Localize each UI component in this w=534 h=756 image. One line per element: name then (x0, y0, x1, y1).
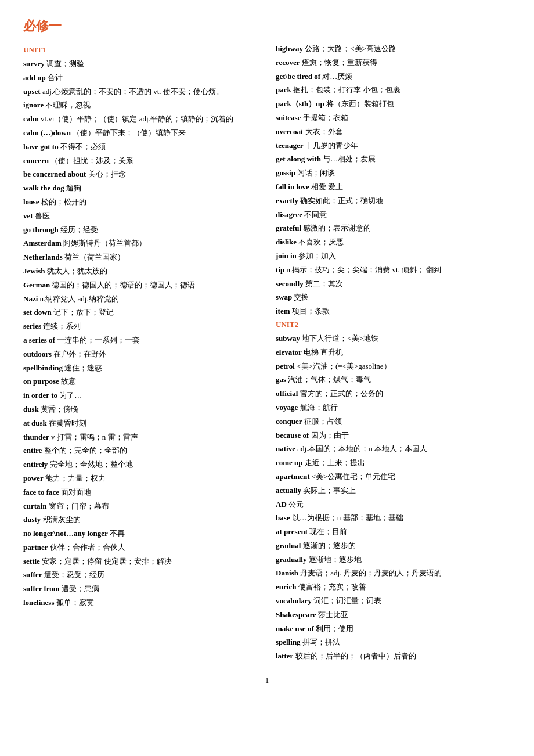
list-item: elevator 电梯 直升机 (276, 347, 511, 359)
list-item: entirely 完全地；全然地；整个地 (23, 459, 258, 471)
list-item: pack 捆扎；包装；打行李 小包；包裹 (276, 84, 511, 96)
list-item: add up 合计 (23, 72, 258, 84)
list-item: suitcase 手提箱；衣箱 (276, 112, 511, 124)
list-item: latter 较后的；后半的；（两者中）后者的 (276, 650, 511, 663)
list-item: get\be tired of 对…厌烦 (276, 71, 511, 83)
list-item: dusty 积满灰尘的 (23, 514, 258, 526)
list-item: base 以…为根据；n 基部；基地；基础 (276, 512, 511, 524)
list-item: pack（sth）up 将（东西）装箱打包 (276, 98, 511, 110)
list-item: apartment <美>公寓住宅；单元住宅 (276, 471, 511, 483)
list-item: gas 汽油；气体；煤气；毒气 (276, 374, 511, 386)
list-item: highway 公路；大路；<美>高速公路 (276, 43, 511, 55)
list-item: gradual 逐渐的；逐步的 (276, 540, 511, 552)
list-item: item 项目；条款 (276, 305, 511, 318)
list-item: a series of 一连串的；一系列；一套 (23, 334, 258, 347)
list-item: calm (…)down （使）平静下来；（使）镇静下来 (23, 127, 258, 139)
list-item: secondly 第二；其次 (276, 278, 511, 290)
list-item: on purpose 故意 (23, 376, 258, 388)
list-item: tip n.揭示；技巧；尖；尖端；消费 vt. 倾斜； 翻到 (276, 264, 511, 276)
list-item: no longer\not…any longer 不再 (23, 528, 258, 540)
list-item: gossip 闲话；闲谈 (276, 167, 511, 179)
list-item: be concerned about 关心；挂念 (23, 168, 258, 181)
list-item: exactly 确实如此；正式；确切地 (276, 195, 511, 207)
list-item: Jewish 犹太人；犹太族的 (23, 265, 258, 278)
list-item: walk the dog 遛狗 (23, 182, 258, 195)
list-item: set down 记下；放下；登记 (23, 307, 258, 319)
list-item: vocabulary 词汇；词汇量；词表 (276, 595, 511, 607)
list-item: Shakespeare 莎士比亚 (276, 609, 511, 621)
list-item: loose 松的；松开的 (23, 196, 258, 208)
left-column: UNIT1 survey 调查；测验add up 合计upset adj.心烦意… (23, 43, 258, 664)
list-item: have got to 不得不；必须 (23, 141, 258, 153)
page-title: 必修一 (23, 17, 511, 35)
list-item: grateful 感激的；表示谢意的 (276, 222, 511, 235)
list-item: fall in love 相爱 爱上 (276, 181, 511, 193)
list-item: come up 走近；上来；提出 (276, 457, 511, 469)
list-item: concern （使）担忧；涉及；关系 (23, 155, 258, 167)
list-item: dusk 黄昏；傍晚 (23, 404, 258, 416)
list-item: teenager 十几岁的青少年 (276, 140, 511, 152)
list-item: go through 经历；经受 (23, 224, 258, 236)
list-item: in order to 为了… (23, 390, 258, 402)
list-item: join in 参加；加入 (276, 250, 511, 262)
list-item: petrol <美>汽油；(=<美>gasoline） (276, 361, 511, 373)
list-item: native adj.本国的；本地的；n 本地人；本国人 (276, 443, 511, 455)
list-item: calm vt.vi（使）平静；（使）镇定 adj.平静的；镇静的；沉着的 (23, 113, 258, 125)
list-item: because of 因为；由于 (276, 430, 511, 442)
list-item: at present 现在；目前 (276, 526, 511, 538)
list-item: Danish 丹麦语；adj. 丹麦的；丹麦的人；丹麦语的 (276, 567, 511, 579)
list-item: thunder v 打雷；雷鸣；n 雷；雷声 (23, 431, 258, 444)
list-item: Netherlands 荷兰（荷兰国家） (23, 251, 258, 264)
list-item: spellbinding 迷住；迷惑 (23, 362, 258, 375)
list-item: make use of 利用；使用 (276, 623, 511, 635)
list-item: outdoors 在户外；在野外 (23, 348, 258, 361)
list-item: Nazi n.纳粹党人 adj.纳粹党的 (23, 293, 258, 305)
list-item: enrich 使富裕；充实；改善 (276, 581, 511, 593)
list-item: conquer 征服；占领 (276, 416, 511, 428)
list-item: curtain 窗帘；门帘；幕布 (23, 501, 258, 513)
list-item: settle 安家；定居；停留 使定居；安排；解决 (23, 556, 258, 568)
list-item: entire 整个的；完全的；全部的 (23, 445, 258, 457)
list-item: spelling 拼写；拼法 (276, 636, 511, 649)
list-item: ignore 不理睬，忽视 (23, 99, 258, 111)
list-item: gradually 逐渐地；逐步地 (276, 554, 511, 566)
list-item: overcoat 大衣；外套 (276, 126, 511, 138)
list-item: upset adj.心烦意乱的；不安的；不适的 vt. 使不安；使心烦。 (23, 86, 258, 98)
right-column: highway 公路；大路；<美>高速公路recover 痊愈；恢复；重新获得g… (276, 43, 511, 664)
list-item: official 官方的；正式的；公务的 (276, 388, 511, 400)
list-item: Amsterdam 阿姆斯特丹（荷兰首都） (23, 237, 258, 250)
list-item: face to face 面对面地 (23, 487, 258, 499)
list-item: German 德国的；德国人的；德语的；德国人；德语 (23, 279, 258, 291)
list-item: get along with 与…相处；发展 (276, 153, 511, 165)
list-item: recover 痊愈；恢复；重新获得 (276, 57, 511, 69)
list-item: survey 调查；测验 (23, 58, 258, 70)
list-item: series 连续；系列 (23, 321, 258, 333)
list-item: voyage 航海；航行 (276, 402, 511, 414)
list-item: disagree 不同意 (276, 209, 511, 221)
list-item: subway 地下人行道；<美>地铁 (276, 333, 511, 345)
list-item: AD 公元 (276, 499, 511, 511)
list-item: at dusk 在黄昏时刻 (23, 417, 258, 430)
unit2-label: UNIT2 (276, 320, 511, 329)
list-item: vet 兽医 (23, 210, 258, 222)
list-item: suffer 遭受；忍受；经历 (23, 569, 258, 581)
list-item: suffer from 遭受；患病 (23, 583, 258, 595)
list-item: partner 伙伴；合作者；合伙人 (23, 542, 258, 554)
list-item: swap 交换 (276, 291, 511, 304)
list-item: power 能力；力量；权力 (23, 473, 258, 485)
list-item: actually 实际上；事实上 (276, 485, 511, 497)
list-item: dislike 不喜欢；厌恶 (276, 236, 511, 249)
list-item: loneliness 孤单；寂寞 (23, 597, 258, 609)
page-number: 1 (23, 676, 511, 685)
unit1-label: UNIT1 (23, 45, 258, 55)
